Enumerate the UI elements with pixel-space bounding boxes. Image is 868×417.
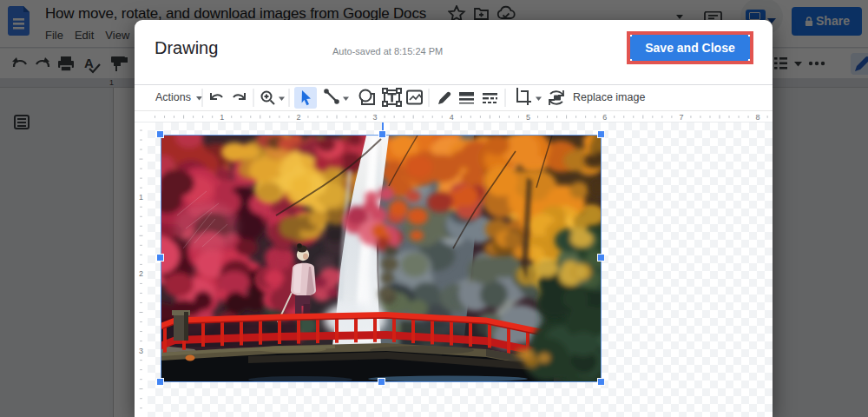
svg-text:4: 4 bbox=[450, 113, 454, 122]
svg-text:6: 6 bbox=[602, 113, 607, 122]
svg-text:3: 3 bbox=[373, 113, 378, 122]
svg-text:Replace image: Replace image bbox=[573, 91, 645, 103]
svg-text:7: 7 bbox=[679, 113, 683, 122]
svg-text:1: 1 bbox=[139, 193, 143, 202]
svg-text:2: 2 bbox=[296, 113, 300, 122]
svg-text:Actions: Actions bbox=[155, 91, 191, 103]
svg-text:2: 2 bbox=[139, 269, 143, 278]
svg-text:3: 3 bbox=[139, 347, 143, 355]
svg-text:8: 8 bbox=[756, 113, 760, 122]
svg-text:1: 1 bbox=[220, 113, 224, 122]
svg-text:5: 5 bbox=[526, 113, 530, 122]
